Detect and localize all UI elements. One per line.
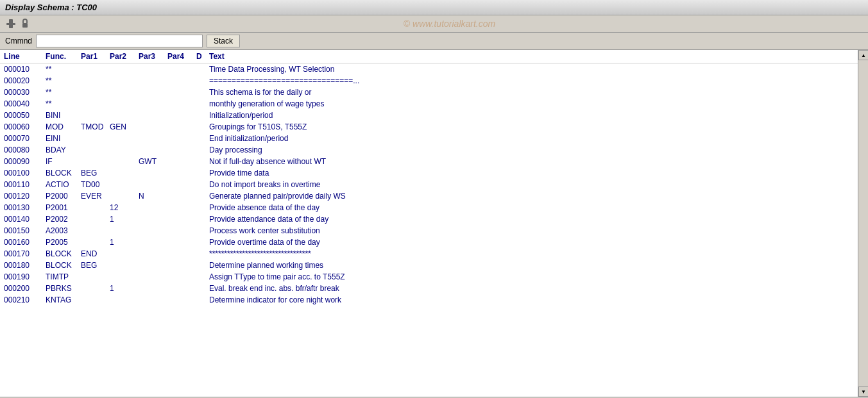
cell-line: 000110 [3,179,44,190]
cell-par4 [166,214,195,224]
cell-par1 [80,64,108,74]
cell-line: 000120 [3,191,44,201]
cell-func: KNTAG [44,295,80,305]
cell-text: Do not import breaks in overtime [208,179,855,190]
cell-func: BLOCK [44,249,80,259]
table-row[interactable]: 000070 EINI End initialization/period [0,133,858,144]
cell-text: Initialization/period [208,110,855,120]
table-row[interactable]: 000140 P2002 1 Provide attendance data o… [0,213,858,225]
cell-text: Time Data Processing, WT Selection [208,64,855,74]
title-bar: Display Schema : TC00 [0,0,868,15]
cell-par3 [137,249,166,259]
cell-d [195,76,208,86]
cell-func: ** [44,64,80,74]
cell-text: Provide attendance data of the day [208,214,855,224]
table-row[interactable]: 000120 P2000 EVER N Generate planned pai… [0,190,858,202]
table-row[interactable]: 000040 ** monthly generation of wage typ… [0,98,858,110]
cell-line: 000070 [3,133,44,144]
cell-par4 [166,133,195,144]
cell-line: 000150 [3,226,44,236]
cell-par3 [137,226,166,236]
cell-par3: N [137,191,166,201]
lock-icon[interactable] [19,18,31,29]
watermark: © www.tutorialkart.com [36,19,863,29]
table-row[interactable]: 000180 BLOCK BEG Determine planned worki… [0,260,858,271]
cell-d [195,168,208,178]
scroll-up-button[interactable]: ▲ [858,50,868,60]
table-row[interactable]: 000210 KNTAG Determine indicator for cor… [0,294,858,306]
cell-par1: END [80,249,108,259]
table-row[interactable]: 000190 TIMTP Assign TType to time pair a… [0,271,858,283]
table-row[interactable]: 000020 ** ==============================… [0,75,858,87]
table-row[interactable]: 000170 BLOCK END ***********************… [0,248,858,260]
table-row[interactable]: 000080 BDAY Day processing [0,144,858,156]
cell-par4 [166,110,195,120]
cell-line: 000140 [3,214,44,224]
cell-par3 [137,145,166,155]
cell-line: 000010 [3,64,44,74]
cell-par2 [108,168,137,178]
cell-d [195,260,208,270]
cell-func: P2000 [44,191,80,201]
cell-par1 [80,99,108,109]
cell-par4 [166,191,195,201]
table-row[interactable]: 000200 PBRKS 1 Eval. break end inc. abs.… [0,283,858,294]
table-row[interactable]: 000130 P2001 12 Provide absence data of … [0,202,858,213]
table-row[interactable]: 000110 ACTIO TD00 Do not import breaks i… [0,179,858,190]
cell-par4 [166,226,195,236]
cell-par1 [80,203,108,213]
cell-text: Determine indicator for core night work [208,295,855,305]
cell-line: 000080 [3,145,44,155]
cell-d [195,156,208,167]
cell-d [195,145,208,155]
cell-d [195,191,208,201]
table-row[interactable]: 000090 IF GWT Not if full-day absence wi… [0,156,858,167]
tool-icon[interactable] [5,18,17,29]
col-d: D [195,51,208,62]
cell-par2: 12 [108,203,137,213]
cell-par4 [166,179,195,190]
cell-par3 [137,203,166,213]
cell-func: ** [44,99,80,109]
col-func: Func. [44,51,80,62]
cell-line: 000060 [3,122,44,132]
cell-par2 [108,295,137,305]
cell-d [195,272,208,282]
cell-par1 [80,110,108,120]
table-row[interactable]: 000150 A2003 Process work center substit… [0,225,858,236]
table-row[interactable]: 000050 BINI Initialization/period [0,110,858,121]
stack-button[interactable]: Stack [207,35,240,47]
cell-par1 [80,272,108,282]
scroll-down-button[interactable]: ▼ [858,386,868,397]
cell-func: BLOCK [44,168,80,178]
col-text: Text [208,51,855,62]
table-row[interactable]: 000060 MOD TMOD GEN Groupings for T510S,… [0,121,858,133]
cell-par3: GWT [137,156,166,167]
cell-line: 000170 [3,249,44,259]
cell-line: 000130 [3,203,44,213]
cell-func: IF [44,156,80,167]
col-par4: Par4 [166,51,195,62]
cell-text: Groupings for T510S, T555Z [208,122,855,132]
page-title: Display Schema : TC00 [5,3,97,12]
table-row[interactable]: 000030 ** This schema is for the daily o… [0,87,858,98]
cell-par2 [108,133,137,144]
cell-func: ** [44,76,80,86]
cell-par2 [108,179,137,190]
table-header: Line Func. Par1 Par2 Par3 Par4 D Text [0,50,858,63]
cell-func: P2001 [44,203,80,213]
cell-text: Provide overtime data of the day [208,237,855,247]
table-row[interactable]: 000100 BLOCK BEG Provide time data [0,167,858,179]
table-row[interactable]: 000160 P2005 1 Provide overtime data of … [0,236,858,248]
cell-par1: BEG [80,168,108,178]
cell-par1 [80,226,108,236]
cell-d [195,110,208,120]
cell-func: TIMTP [44,272,80,282]
table-row[interactable]: 000010 ** Time Data Processing, WT Selec… [0,63,858,75]
cell-par1 [80,214,108,224]
cell-line: 000210 [3,295,44,305]
cell-func: PBRKS [44,283,80,294]
cell-par3 [137,87,166,97]
command-input[interactable] [36,35,203,47]
cell-text: Generate planned pair/provide daily WS [208,191,855,201]
